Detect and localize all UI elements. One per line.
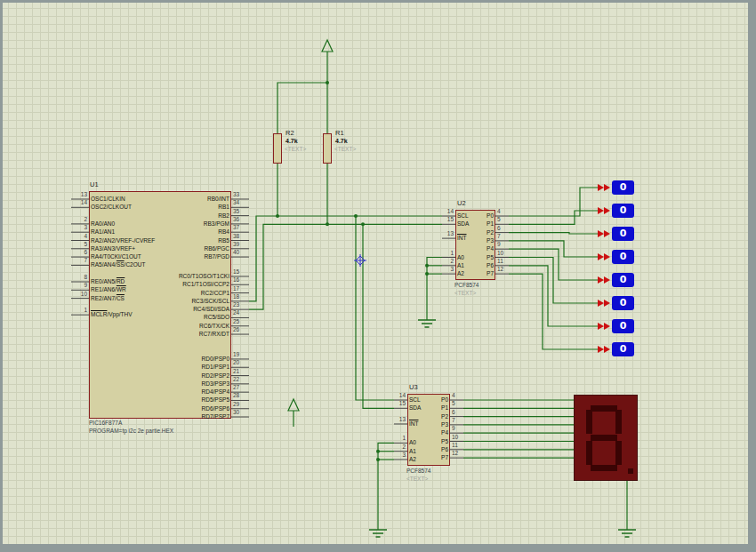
logic-probe[interactable]: 0 [612, 227, 634, 241]
pin-number: 9 [69, 282, 87, 289]
pin-label: P7 [470, 270, 494, 277]
junction-dot [276, 214, 279, 218]
pin-number: 9 [452, 425, 465, 432]
window-frame-left [0, 0, 3, 552]
wire[interactable] [509, 211, 598, 224]
logic-probe[interactable]: 0 [612, 180, 634, 195]
pin-number: 7 [497, 233, 511, 240]
probe-arrow-icon [598, 276, 610, 284]
wire[interactable] [249, 216, 442, 301]
u2-ref-label[interactable]: U2 [457, 199, 466, 207]
wire[interactable] [509, 188, 598, 216]
pin-number: 5 [69, 241, 87, 248]
pin-number: 13 [440, 230, 454, 237]
pin-number: 25 [233, 318, 251, 325]
pin-number: 4 [497, 208, 511, 215]
power-symbol[interactable] [288, 399, 299, 411]
resistor-r1[interactable] [323, 133, 332, 164]
pin-number: 14 [440, 208, 454, 215]
pin-label-overline: INT [409, 420, 418, 427]
u1-part-label[interactable]: PIC16F877A [89, 420, 122, 427]
pin-label: RC2/CCP1 [148, 290, 229, 297]
wire[interactable] [509, 233, 598, 234]
pin-label: P4 [470, 245, 494, 252]
pin-number: 6 [69, 249, 87, 256]
pin-label: RC5/SDO [148, 314, 229, 321]
pin-number: 35 [233, 208, 251, 215]
pin-number: 19 [233, 351, 251, 358]
pin-number: 3 [440, 266, 454, 273]
u3-ref-label[interactable]: U3 [409, 383, 418, 391]
logic-probe[interactable]: 0 [612, 250, 634, 264]
pin-number: 10 [69, 291, 87, 298]
pin-label: RC3/SCK/SCL [148, 298, 229, 305]
pin-number: 22 [233, 376, 251, 383]
logic-probe[interactable]: 0 [612, 296, 634, 310]
pin-label: RB7/PGD [148, 253, 229, 260]
pin-number: 26 [233, 326, 251, 333]
pin-label: P5 [425, 438, 448, 445]
junction-dot [354, 214, 358, 218]
logic-probe[interactable]: 0 [612, 319, 634, 333]
pin-number: 20 [233, 359, 251, 366]
ground-symbol[interactable] [418, 320, 436, 327]
pin-label: P6 [425, 446, 448, 453]
pin-label: P2 [425, 413, 448, 420]
pin-label-overline: MCLR [91, 311, 107, 317]
pin-number: 5 [452, 400, 465, 407]
resistor-r2[interactable] [273, 133, 282, 164]
pin-label: P4 [425, 429, 448, 436]
pin-number: 40 [233, 249, 251, 256]
u1-program-label[interactable]: PROGRAM=tp i2c 2e partie.HEX [89, 428, 173, 435]
u1-ref-label[interactable]: U1 [90, 180, 99, 188]
seven-segment-display[interactable] [574, 395, 638, 481]
wire[interactable] [356, 216, 394, 400]
logic-probe[interactable]: 0 [612, 273, 634, 287]
logic-probe[interactable]: 0 [612, 204, 634, 218]
segment-c [615, 441, 622, 465]
pin-number: 1 [69, 307, 87, 314]
pin-label: RD5/PSP5 [148, 396, 229, 404]
junction-dot [326, 222, 329, 226]
junction-dot [376, 458, 380, 461]
r1-value-label[interactable]: 4.7k [335, 138, 348, 145]
pin-number: 2 [440, 258, 454, 265]
u2-part-label[interactable]: PCF8574 [454, 282, 479, 289]
r1-ref-label[interactable]: R1 [335, 129, 344, 137]
wire[interactable] [277, 83, 327, 133]
logic-probe[interactable]: 0 [612, 342, 634, 356]
segment-dp [628, 468, 633, 474]
pin-label: RB3/PGM [148, 220, 229, 228]
pin-label: P6 [470, 262, 494, 269]
r2-ref-label[interactable]: R2 [286, 129, 294, 137]
pin-number: 11 [452, 442, 465, 449]
pin-label: RD1/PSP1 [148, 364, 229, 371]
pin-label: P3 [425, 421, 448, 428]
r2-value-label[interactable]: 4.7k [286, 138, 298, 145]
schematic-canvas[interactable]: OSC1/CLKIN13OSC2/CLKOUT14RA0/AN02RA1/AN1… [0, 0, 756, 552]
pin-number: 11 [497, 258, 511, 265]
pin-number: 1 [392, 435, 406, 442]
pin-number: 5 [497, 216, 511, 223]
ground-symbol[interactable] [369, 530, 387, 537]
pin-number: 9 [497, 241, 511, 248]
junction-dot [376, 450, 380, 453]
pin-number: 33 [233, 191, 251, 198]
u3-part-label[interactable]: PCF8574 [406, 468, 430, 475]
pin-number: 13 [392, 416, 406, 423]
pin-label-overline: WR [117, 286, 126, 292]
pin-label: RD2/PSP2 [148, 372, 229, 380]
pin-number: 2 [69, 216, 87, 223]
pin-number: 6 [497, 225, 511, 232]
ground-symbol[interactable] [618, 530, 636, 537]
power-symbol[interactable] [322, 40, 333, 52]
pin-number: 24 [233, 309, 251, 316]
pin-number: 10 [452, 434, 465, 441]
pin-number: 21 [233, 368, 251, 375]
pin-label: P3 [470, 237, 494, 244]
pin-number: 6 [452, 409, 465, 416]
wire[interactable] [363, 224, 394, 408]
pin-number: 18 [233, 293, 251, 300]
wire[interactable] [249, 224, 442, 309]
probe-arrow-icon [598, 184, 610, 191]
